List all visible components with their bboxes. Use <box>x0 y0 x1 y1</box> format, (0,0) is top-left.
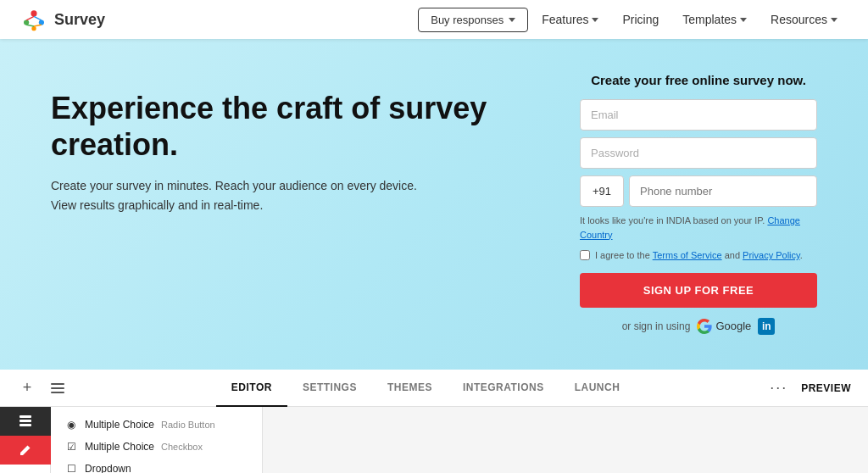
google-signin-button[interactable]: Google <box>697 319 751 334</box>
hero-right: Create your free online survey now. It l… <box>580 73 817 335</box>
chevron-down-icon <box>740 18 747 22</box>
svg-rect-12 <box>19 420 31 422</box>
editor-left-icons: + <box>17 378 64 398</box>
svg-line-7 <box>34 25 42 26</box>
tab-settings[interactable]: SETTINGS <box>287 370 372 407</box>
editor-tabs: EDITOR SETTINGS THEMES INTEGRATIONS LAUN… <box>81 370 770 407</box>
signin-row: or sign in using Google in <box>580 318 817 335</box>
google-icon <box>697 319 712 334</box>
checkbox-icon: ☑ <box>64 440 78 454</box>
svg-point-3 <box>31 26 36 31</box>
question-label: Multiple Choice <box>85 441 154 453</box>
password-field[interactable] <box>580 137 817 169</box>
list-item[interactable]: ☑ Multiple Choice Checkbox <box>61 436 252 458</box>
nav-resources[interactable]: Resources <box>760 8 848 31</box>
question-label: Dropdown <box>85 463 131 473</box>
chevron-down-icon <box>831 18 837 22</box>
phone-number-field[interactable] <box>629 175 817 207</box>
phone-code-field[interactable] <box>580 175 624 207</box>
terms-of-service-link[interactable]: Terms of Service <box>653 250 722 260</box>
sidebar-questions-icon[interactable] <box>0 407 51 436</box>
terms-row: I agree to the Terms of Service and Priv… <box>580 248 817 263</box>
svg-line-6 <box>26 25 34 26</box>
pencil-icon <box>19 444 31 456</box>
linkedin-signin-button[interactable]: in <box>758 318 775 335</box>
question-type: Radio Button <box>161 420 215 430</box>
logo-icon <box>20 6 47 33</box>
editor-body: ◉ Multiple Choice Radio Button ☑ Multipl… <box>0 407 868 473</box>
list-view-button[interactable] <box>51 383 64 393</box>
nav-pricing[interactable]: Pricing <box>612 8 669 31</box>
tab-integrations[interactable]: INTEGRATIONS <box>448 370 559 407</box>
privacy-policy-link[interactable]: Privacy Policy <box>743 250 800 260</box>
chevron-down-icon <box>592 18 598 22</box>
dropdown-icon: ☐ <box>64 462 78 473</box>
question-label: Multiple Choice <box>85 419 154 431</box>
sidebar-edit-icon[interactable] <box>0 436 51 465</box>
hero-title: Experience the craft of survey creation. <box>51 90 509 163</box>
signup-button[interactable]: SIGN UP FOR FREE <box>580 273 817 308</box>
editor-right: ··· PREVIEW <box>770 379 851 397</box>
terms-text: I agree to the Terms of Service and Priv… <box>595 248 803 263</box>
svg-rect-10 <box>51 392 64 393</box>
form-title: Create your free online survey now. <box>580 73 817 87</box>
phone-row <box>580 175 817 207</box>
chevron-down-icon <box>509 18 515 22</box>
radio-icon: ◉ <box>64 418 78 431</box>
svg-line-4 <box>26 16 34 19</box>
tab-editor[interactable]: EDITOR <box>216 370 287 407</box>
questions-icon <box>19 415 32 428</box>
svg-rect-8 <box>51 383 64 385</box>
question-type: Checkbox <box>161 442 203 452</box>
list-icon <box>51 383 64 393</box>
editor-main-area <box>263 407 868 473</box>
hero-section: Experience the craft of survey creation.… <box>0 39 868 370</box>
more-options-button[interactable]: ··· <box>770 379 787 397</box>
location-info: It looks like you're in INDIA based on y… <box>580 214 817 242</box>
svg-rect-9 <box>51 387 64 389</box>
hero-subtitle: Create your survey in minutes. Reach you… <box>51 176 424 214</box>
preview-button[interactable]: PREVIEW <box>801 382 851 394</box>
editor-sidebar <box>0 407 51 473</box>
svg-line-5 <box>34 16 42 19</box>
brand-name: Survey <box>54 11 105 29</box>
tab-themes[interactable]: THEMES <box>372 370 448 407</box>
list-item[interactable]: ◉ Multiple Choice Radio Button <box>61 414 252 436</box>
brand-logo[interactable]: Survey <box>20 6 105 33</box>
editor-questions-list: ◉ Multiple Choice Radio Button ☑ Multipl… <box>51 407 263 473</box>
list-item[interactable]: ☐ Dropdown <box>61 458 252 473</box>
editor-header: + EDITOR SETTINGS THEMES INTEGRATIONS <box>0 370 868 407</box>
svg-point-0 <box>31 10 36 16</box>
svg-rect-11 <box>19 415 31 418</box>
svg-point-1 <box>24 19 29 25</box>
editor-section: + EDITOR SETTINGS THEMES INTEGRATIONS <box>0 370 868 465</box>
terms-checkbox[interactable] <box>580 250 590 260</box>
navbar: Survey Buy responses Features Pricing Te… <box>0 0 868 39</box>
nav-templates[interactable]: Templates <box>672 8 757 31</box>
tab-launch[interactable]: LAUNCH <box>559 370 636 407</box>
nav-features[interactable]: Features <box>531 8 609 31</box>
svg-point-2 <box>39 19 44 25</box>
svg-rect-13 <box>19 424 31 426</box>
buy-responses-button[interactable]: Buy responses <box>418 8 528 32</box>
hero-left: Experience the craft of survey creation.… <box>51 73 529 214</box>
email-field[interactable] <box>580 99 817 131</box>
navbar-right: Buy responses Features Pricing Templates… <box>418 8 848 32</box>
add-question-button[interactable]: + <box>17 378 37 398</box>
